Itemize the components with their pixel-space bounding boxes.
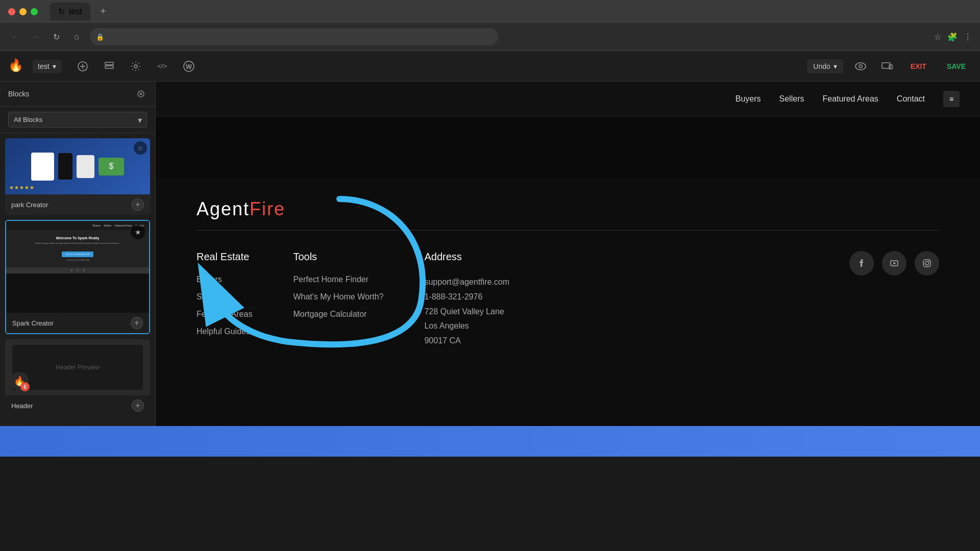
footer-divider — [197, 230, 939, 231]
youtube-icon[interactable] — [882, 251, 906, 276]
sidebar-filter: All Blocks Headers Footers Heroes ▾ — [0, 107, 155, 133]
site-navigation: Buyers Sellers Featured Areas Contact ≡ — [156, 82, 980, 117]
footer-col-address: Address support@agentfire.com 1-888-321-… — [424, 251, 509, 348]
footer-address-text: support@agentfire.com 1-888-321-2976 728… — [424, 275, 509, 348]
footer-logo-area: AgentFire — [156, 178, 980, 251]
extensions-icon[interactable]: 🧩 — [947, 32, 958, 42]
nav-featured-areas[interactable]: Featured Areas — [822, 94, 878, 104]
header-preview-placeholder: Header Preview — [56, 364, 99, 371]
footer-link-buyers[interactable]: Buyers — [197, 275, 252, 284]
svg-point-19 — [928, 261, 929, 262]
instagram-icon[interactable] — [915, 251, 939, 276]
blocks-filter-select[interactable]: All Blocks Headers Footers Heroes — [8, 112, 147, 128]
mini-nav-sellers: Sellers — [104, 224, 111, 227]
mini-cta-button: GET IN TOUCH WITH US — [62, 252, 93, 257]
footer-columns: Real Estate Buyers Sellers Featured Area… — [197, 251, 939, 348]
maximize-button[interactable] — [31, 8, 38, 15]
mini-hero-title: Welcome To Spark Realty — [12, 236, 143, 240]
add-block-button-1[interactable]: + — [132, 198, 144, 211]
header-block-preview: Header Preview 🔥 6 — [5, 339, 150, 395]
footer-link-helpful-guides[interactable]: Helpful Guides — [197, 327, 252, 336]
sidebar-title: Blocks — [8, 90, 29, 98]
responsive-button[interactable] — [878, 57, 896, 76]
save-button[interactable]: SAVE — [941, 59, 972, 73]
facebook-icon[interactable] — [849, 251, 874, 276]
mini-footer-dot-2 — [77, 269, 79, 271]
nav-sellers[interactable]: Sellers — [779, 94, 804, 104]
footer-logo-fire: Fire — [250, 198, 285, 219]
add-block-button-2[interactable]: + — [131, 317, 143, 329]
favorite-button-2[interactable]: ★ — [131, 225, 145, 239]
nav-buyers[interactable]: Buyers — [736, 94, 761, 104]
exit-button[interactable]: EXIT — [904, 59, 933, 73]
footer-link-home-worth[interactable]: What's My Home Worth? — [293, 292, 383, 302]
mini-website-preview: Buyers Sellers Featured Areas Contact We… — [6, 221, 149, 313]
add-header-button[interactable]: + — [132, 399, 144, 412]
block-preview-image-1: $ ★★★★★ — [5, 138, 150, 194]
address-bar[interactable]: 🔒 — [90, 28, 498, 45]
undo-label: Undo — [813, 62, 830, 70]
favorite-button-1[interactable]: ☆ — [134, 141, 147, 155]
forward-button[interactable]: → — [29, 30, 43, 44]
svg-point-18 — [925, 262, 929, 265]
topbar-icons: </> W — [74, 57, 198, 76]
home-button[interactable]: ⌂ — [69, 30, 84, 44]
sidebar-header: Blocks — [0, 82, 155, 107]
block-name-spark-creator: Spark Creator — [12, 319, 54, 327]
traffic-lights — [8, 8, 38, 15]
elementor-logo: 🔥 — [8, 58, 24, 74]
footer-col-title-address: Address — [424, 251, 509, 263]
svg-rect-17 — [923, 260, 930, 267]
refresh-button[interactable]: ↻ — [49, 30, 63, 44]
icon-with-badge: 🔥 6 — [10, 372, 29, 390]
dark-section — [156, 117, 980, 178]
footer-link-featured-areas[interactable]: Featured Areas — [197, 310, 252, 319]
undo-button[interactable]: Undo ▾ — [807, 59, 843, 73]
svg-point-9 — [859, 65, 862, 68]
mini-site-header: Buyers Sellers Featured Areas Contact — [6, 221, 149, 230]
menu-icon[interactable]: ⋮ — [964, 32, 972, 42]
header-block-footer: Header + — [5, 395, 150, 416]
footer-social-icons — [849, 251, 939, 348]
wordpress-button[interactable]: W — [180, 57, 198, 76]
canvas-area: Buyers Sellers Featured Areas Contact ≡ … — [156, 82, 980, 426]
bottom-bar — [0, 426, 980, 457]
code-button[interactable]: </> — [153, 57, 172, 76]
mini-hero-section: Welcome To Spark Realty There's a place … — [6, 230, 149, 267]
footer-logo: AgentFire — [197, 198, 939, 220]
minimize-button[interactable] — [19, 8, 27, 15]
settings-button[interactable] — [127, 57, 145, 76]
mini-hero-text: There's a place where on earth quite lik… — [12, 242, 143, 245]
mini-nav-buyers: Buyers — [93, 224, 101, 227]
website-preview: Buyers Sellers Featured Areas Contact ≡ … — [156, 82, 980, 426]
site-name-dropdown[interactable]: test ▾ — [33, 60, 61, 73]
sidebar-close-button[interactable] — [135, 88, 147, 100]
footer-link-mortgage[interactable]: Mortgage Calculator — [293, 310, 383, 319]
svg-rect-4 — [105, 66, 113, 68]
nav-contact[interactable]: Contact — [897, 94, 925, 104]
preview-button[interactable] — [851, 57, 870, 76]
footer-col-tools: Tools Perfect Home Finder What's My Home… — [293, 251, 383, 348]
footer-logo-prefix: Agent — [197, 198, 250, 219]
add-element-button[interactable] — [74, 57, 92, 76]
header-block-item[interactable]: Header Preview 🔥 6 Header + — [5, 339, 150, 416]
spark-creator-block[interactable]: Buyers Sellers Featured Areas Contact We… — [5, 220, 150, 334]
back-button[interactable]: ← — [8, 30, 22, 44]
tab-title: test — [69, 7, 82, 16]
footer-link-sellers[interactable]: Sellers — [197, 292, 252, 302]
footer-section: Real Estate Buyers Sellers Featured Area… — [156, 251, 980, 426]
layers-button[interactable] — [100, 57, 118, 76]
list-item[interactable]: $ ★★★★★ ☆ park Creator + — [5, 138, 150, 215]
new-tab-button[interactable]: + — [101, 6, 106, 17]
browser-tab[interactable]: ↻ test — [50, 3, 90, 20]
svg-text:W: W — [186, 63, 192, 70]
mini-footer-dot-3 — [83, 269, 85, 271]
svg-rect-3 — [105, 62, 113, 65]
flame-icon: 🔥 — [8, 58, 23, 72]
footer-link-home-finder[interactable]: Perfect Home Finder — [293, 275, 383, 284]
bookmark-icon[interactable]: ☆ — [934, 32, 941, 42]
stars-icon: ★★★★★ — [9, 185, 35, 190]
block-name-1: park Creator — [11, 201, 48, 209]
close-button[interactable] — [8, 8, 15, 15]
hamburger-menu-button[interactable]: ≡ — [943, 91, 960, 107]
